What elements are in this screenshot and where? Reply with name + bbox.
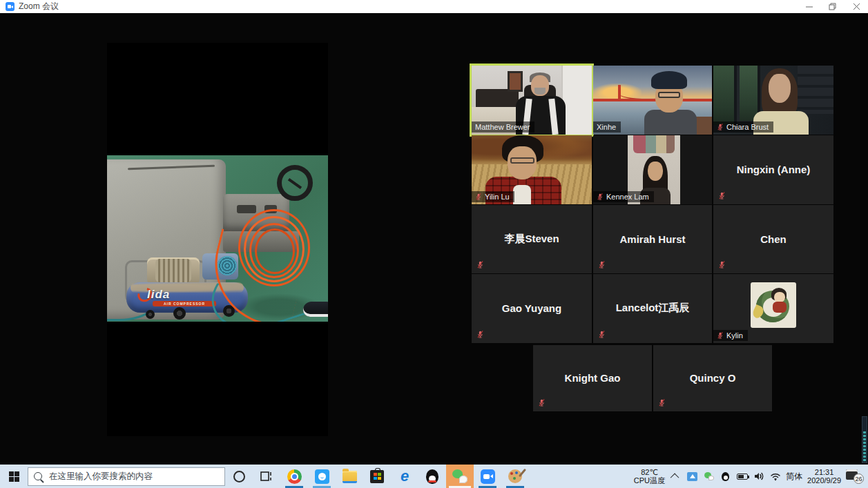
participant-name: Quincy O [653,372,772,384]
microsoft-store-icon [370,470,384,483]
window-title: Zoom 会议 [19,1,59,12]
participant-tile-kylin[interactable]: Kylin [713,274,833,343]
taskbar-edge-button[interactable]: e [391,465,418,488]
taskbar-search-box[interactable] [28,467,225,486]
file-explorer-icon [343,471,357,482]
participant-tile-knight-gao[interactable]: Knight Gao [533,345,652,411]
notification-center-button[interactable]: 26 [846,469,864,484]
hidden-icons-button[interactable] [670,471,682,482]
taskbar-qq-button[interactable] [418,465,446,488]
participant-tile-chen[interactable]: Chen [713,205,833,273]
screen-cast-tray-button[interactable] [686,471,698,482]
task-view-icon [260,471,273,482]
qq-tray-button[interactable] [720,471,731,482]
shared-screen-view[interactable]: lida AIR COMPRESSOR [107,43,328,436]
muted-mic-icon [717,123,724,131]
taskbar-clock[interactable]: 21:31 2020/9/29 [807,468,841,485]
taskbar-chrome-button[interactable] [280,465,308,488]
input-method-indicator[interactable]: 简体 [786,471,802,482]
speaker-icon [753,471,764,481]
meeting-main-area: lida AIR COMPRESSOR [0,13,868,465]
shared-photo-machinery: lida AIR COMPRESSOR [107,155,328,322]
participant-tile-ningxin-anne[interactable]: Ningxin (Anne) [713,135,833,204]
battery-icon [737,474,748,480]
participant-grid: Matthew Brewer Xinhe [472,66,834,412]
taskbar: e 82℃ CPU温度 简体 21:31 [0,465,868,488]
participant-tile-lancelot[interactable]: Lancelot江禹辰 [593,274,712,343]
window-controls [798,0,868,13]
network-button[interactable] [769,471,781,482]
cpu-temperature: 82℃ CPU温度 [634,468,665,485]
participant-name: Chen [713,233,833,244]
muted-mic-icon [538,398,546,407]
search-icon [34,472,42,480]
taskbar-task-view-button[interactable] [253,465,280,488]
window-titlebar: Zoom 会议 [0,0,868,13]
taskbar-store-button[interactable] [363,465,391,488]
participant-name: Amirah Hurst [593,233,712,244]
shoe [303,302,328,317]
close-button[interactable] [845,0,868,13]
chevron-up-icon [671,473,679,482]
edge-icon: e [401,469,409,484]
taskbar-cortana-button[interactable] [225,465,253,488]
desktop-screen: Zoom 会议 [0,0,868,488]
start-button[interactable] [0,465,28,488]
participant-name: Matthew Brewer [475,123,530,131]
qq-icon [426,469,438,484]
participant-name: Knight Gao [533,372,652,384]
restore-button[interactable] [821,0,845,13]
wechat-tray-icon [704,472,714,480]
participant-name: 李晨Steven [472,232,592,245]
dingtalk-icon [315,469,329,484]
qq-tray-icon [722,472,729,481]
volume-button[interactable] [753,471,764,482]
taskbar-dingtalk-button[interactable] [308,465,336,488]
taskbar-wechat-button[interactable] [446,465,474,488]
participant-name: Kennex Lam [606,193,649,201]
machine-handwheel [277,165,313,201]
notification-count-badge: 26 [853,474,864,484]
minimize-button[interactable] [798,0,821,13]
participant-name-label: Xinhe [593,121,621,133]
screen-cast-icon [687,472,697,481]
participant-name: Gao Yuyang [472,302,592,314]
participant-tile-xinhe[interactable]: Xinhe [593,66,712,135]
participant-tile-matthew-brewer[interactable]: Matthew Brewer [472,66,592,135]
clock-date: 2020/9/29 [807,476,841,485]
paint-icon [508,469,522,483]
participant-name: Xinhe [597,123,616,131]
participant-name: Yilin Lu [485,193,510,201]
cortana-icon [233,471,245,482]
golden-gate-bridge [593,99,712,101]
muted-mic-icon [598,330,606,339]
muted-mic-icon [658,398,666,407]
participant-tile-amirah-hurst[interactable]: Amirah Hurst [593,205,712,273]
wechat-icon [452,469,467,483]
participant-name-label: Chiara Brust [713,121,773,133]
participant-tile-kennex-lam[interactable]: Kennex Lam [593,135,712,204]
avatar [751,282,796,328]
muted-mic-icon [718,260,726,269]
participant-tile-yilin-lu[interactable]: Yilin Lu [472,135,592,204]
zoom-app-icon [6,2,15,11]
participant-tile-quincy-o[interactable]: Quincy O [653,345,772,411]
participant-tile-gao-yuyang[interactable]: Gao Yuyang [472,274,592,343]
muted-mic-icon [598,260,606,269]
participant-name-label: Kylin [713,330,748,341]
wifi-icon [770,472,781,481]
participant-tile-lichen-steven[interactable]: 李晨Steven [472,205,592,273]
chrome-icon [287,469,302,484]
muted-mic-icon [476,330,484,339]
participant-tile-chiara-brust[interactable]: Chiara Brust [713,66,833,135]
battery-button[interactable] [736,471,748,482]
participant-name-label: Kennex Lam [593,191,654,202]
participant-name-label: Yilin Lu [472,191,514,202]
wechat-tray-button[interactable] [703,471,715,482]
taskbar-file-explorer-button[interactable] [336,465,363,488]
participant-name-label: Matthew Brewer [472,121,534,133]
taskbar-paint-button[interactable] [501,465,529,488]
search-input[interactable] [48,471,219,482]
taskbar-zoom-button[interactable] [474,465,501,488]
taskbar-apps: e [225,465,529,488]
